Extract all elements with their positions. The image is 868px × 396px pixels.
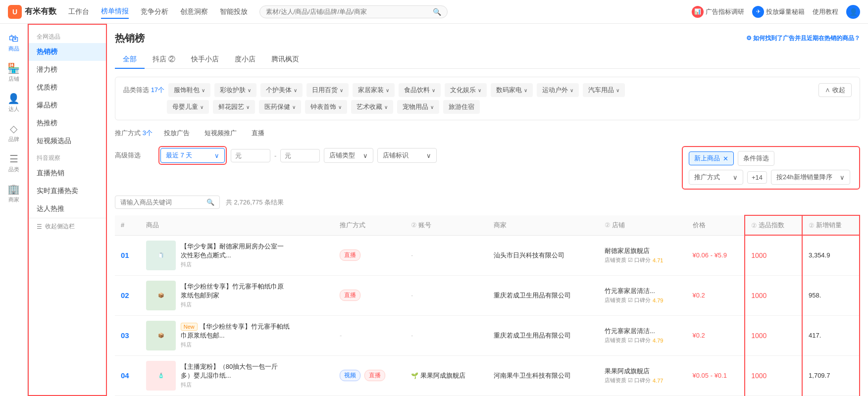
left-nav-shop[interactable]: 🏪 店铺 (0, 57, 27, 88)
shop-info[interactable]: 竹元寨家居清洁... (605, 287, 681, 296)
shop-info[interactable]: 果果阿成旗舰店 (605, 367, 681, 376)
promo-cell: 直播 (334, 235, 405, 275)
filter-tag-makeup[interactable]: 彩妆护肤∨ (214, 83, 256, 97)
nav-item-workbench[interactable]: 工作台 (68, 5, 89, 18)
sidebar-item-hot-push[interactable]: 热推榜 (29, 114, 106, 132)
promo-method-select[interactable]: 推广方式 ∨ (689, 170, 743, 185)
shop-type-select[interactable]: 店铺类型 ∨ (324, 148, 373, 163)
product-info: 📦 New【华少粉丝专享】竹元寨手帕纸巾原浆纸包邮... 抖店 (146, 321, 328, 350)
tab-douyin-shop[interactable]: 抖店 ② (145, 51, 183, 69)
shop-type-label: 店铺类型 (329, 151, 355, 160)
collapse-label: 收起侧边栏 (45, 222, 75, 231)
promo-tag-ad[interactable]: 投放广告 (158, 126, 195, 140)
brand-label: 品牌 (8, 136, 19, 143)
shop-tag-chevron: ∨ (426, 152, 431, 159)
filter-tag-watches[interactable]: 钟表首饰∨ (305, 100, 347, 114)
product-search-bar[interactable]: 🔍 (115, 196, 220, 209)
filter-tag-flowers[interactable]: 鲜花园艺∨ (213, 100, 255, 114)
sidebar-item-explosive[interactable]: 爆品榜 (29, 97, 106, 114)
global-search-bar[interactable]: 🔍 (259, 5, 448, 18)
ad-metrics-label: 广告指标调研 (706, 7, 744, 16)
filter-tag-travel[interactable]: 旅游住宿 (443, 100, 480, 114)
category-collapse-btn[interactable]: ∧ 收起 (818, 83, 852, 97)
content-area: 热销榜 ⚙ 如何找到了广告并且近期在热销的商品？ 全部 抖店 ② 快手小店 度小… (107, 24, 868, 396)
sidebar-item-short-video[interactable]: 短视频选品 (29, 132, 106, 150)
filter-tag-culture[interactable]: 文化娱乐∨ (445, 83, 487, 97)
left-nav-merchant[interactable]: 🏢 商家 (0, 178, 27, 208)
filter-tag-auto[interactable]: 汽车用品∨ (583, 83, 625, 97)
price-from-input[interactable] (231, 149, 270, 162)
product-name[interactable]: 【华少粉丝专享】竹元寨手帕纸巾原浆纸包邮到家 (181, 282, 290, 300)
nav-item-competition[interactable]: 竞争分析 (141, 5, 168, 18)
tab-kuaishou[interactable]: 快手小店 (183, 51, 227, 69)
tab-du-shop[interactable]: 度小店 (227, 51, 263, 69)
left-nav-category[interactable]: ☰ 品类 (0, 148, 27, 178)
nav-item-creative[interactable]: 创意洞察 (180, 5, 208, 18)
shop-tag-select[interactable]: 店铺标识 ∨ (377, 148, 437, 163)
filter-tag-pet[interactable]: 宠物用品∨ (397, 100, 439, 114)
merchant-cell: 汕头市日兴科技有限公司 (488, 235, 599, 275)
tutorial-btn[interactable]: 使用教程 (813, 7, 838, 16)
date-select[interactable]: 最近 7 天 ∨ (160, 148, 225, 163)
product-cell: 📦 New【华少粉丝专享】竹元寨手帕纸巾原浆纸包邮... 抖店 (140, 315, 334, 355)
shop-info[interactable]: 竹元寨家居清洁... (605, 327, 681, 336)
filter-tag-art[interactable]: 艺术收藏∨ (351, 100, 393, 114)
filter-tag-health[interactable]: 医药保健∨ (259, 100, 301, 114)
user-avatar[interactable]: 👤 (846, 5, 860, 19)
ad-metrics-btn[interactable]: 📊 广告指标调研 (692, 6, 744, 18)
sidebar-item-hot-sales[interactable]: 热销榜 (29, 43, 106, 61)
product-name[interactable]: New【华少粉丝专享】竹元寨手帕纸巾原浆纸包邮... (181, 322, 290, 340)
price-to-input[interactable] (280, 149, 320, 162)
sidebar-item-quality[interactable]: 优质榜 (29, 79, 106, 97)
live-badge: 直播 (340, 290, 360, 301)
video-badge: 视频 (340, 370, 360, 381)
sidebar-item-kol-hot[interactable]: 达人热推 (29, 200, 106, 218)
sidebar-item-live-hot[interactable]: 直播热销 (29, 164, 106, 182)
product-name[interactable]: 【华少专属】耐德家用厨房办公室一次性彩色点断式... (181, 242, 290, 260)
product-platform: 抖店 (181, 341, 290, 348)
price-cell: ¥0.2 (687, 275, 745, 315)
tab-all[interactable]: 全部 (115, 51, 145, 69)
promo-filter-label: 推广方式 3个 (115, 129, 154, 138)
shop-info[interactable]: 耐德家居旗舰店 (605, 247, 681, 255)
filter-tag-personal[interactable]: 个护美体∨ (260, 83, 303, 97)
product-info: 🧻 【华少专属】耐德家用厨房办公室一次性彩色点断式... 抖店 (146, 241, 328, 270)
condition-filter[interactable]: 条件筛选 (738, 151, 774, 166)
nav-item-rankings[interactable]: 榜单情报 (101, 5, 129, 19)
sidebar-collapse-btn[interactable]: ☰ 收起侧边栏 (29, 218, 106, 235)
product-search-input[interactable] (120, 198, 204, 206)
left-nav-product[interactable]: 🛍 商品 (0, 28, 27, 57)
filter-tag-clothing[interactable]: 服饰鞋包∨ (168, 83, 210, 97)
global-search-input[interactable] (266, 8, 433, 15)
promo-tag-video[interactable]: 短视频推广 (199, 126, 242, 140)
search-icon: 🔍 (433, 8, 441, 16)
left-nav-brand[interactable]: ◇ 品牌 (0, 118, 27, 148)
promo-tag-live[interactable]: 直播 (246, 126, 270, 140)
shop-sub: 店铺资质 ☑ 口碑分 4.71 (605, 256, 681, 264)
platform-tabs: 全部 抖店 ② 快手小店 度小店 腾讯枫页 (115, 51, 860, 69)
price-separator: - (274, 152, 276, 159)
sidebar-item-potential[interactable]: 潜力榜 (29, 61, 106, 79)
product-platform: 抖店 (181, 381, 290, 389)
sort-select[interactable]: 按24h新增销量降序 ∨ (771, 170, 850, 185)
tab-tencent[interactable]: 腾讯枫页 (263, 51, 307, 69)
merchant-cell: 河南果牛卫生科技有限公司 (488, 355, 599, 396)
adv-filter-label: 高级筛选 (115, 151, 154, 160)
plus14-badge[interactable]: +14 (747, 171, 767, 184)
filter-tag-food[interactable]: 食品饮料∨ (399, 83, 441, 97)
filter-tag-digital[interactable]: 数码家电∨ (491, 83, 533, 97)
filter-tag-home[interactable]: 家居家装∨ (353, 83, 395, 97)
product-name[interactable]: 【主播宠粉】（80抽大包一包一斤多）婴儿湿巾纸... (181, 362, 290, 380)
new-product-tag[interactable]: 新上商品 ✕ (689, 151, 734, 165)
filter-tag-baby[interactable]: 母婴儿童∨ (167, 100, 209, 114)
sidebar-item-realtime-live[interactable]: 实时直播热卖 (29, 182, 106, 200)
promo-cell: - (334, 315, 405, 355)
left-nav-kol[interactable]: 👤 达人 (0, 88, 27, 118)
logo[interactable]: U 有米有数 (8, 5, 56, 19)
filter-tag-sports[interactable]: 运动户外∨ (537, 83, 579, 97)
launch-secret-btn[interactable]: ✈ 投放爆量秘籍 (752, 6, 805, 18)
page-tip-link[interactable]: ⚙ 如何找到了广告并且近期在热销的商品？ (746, 34, 860, 43)
nav-item-smart[interactable]: 智能投放 (220, 5, 248, 18)
product-thumb: 📦 (146, 281, 176, 310)
filter-tag-daily[interactable]: 日用百货∨ (306, 83, 349, 97)
